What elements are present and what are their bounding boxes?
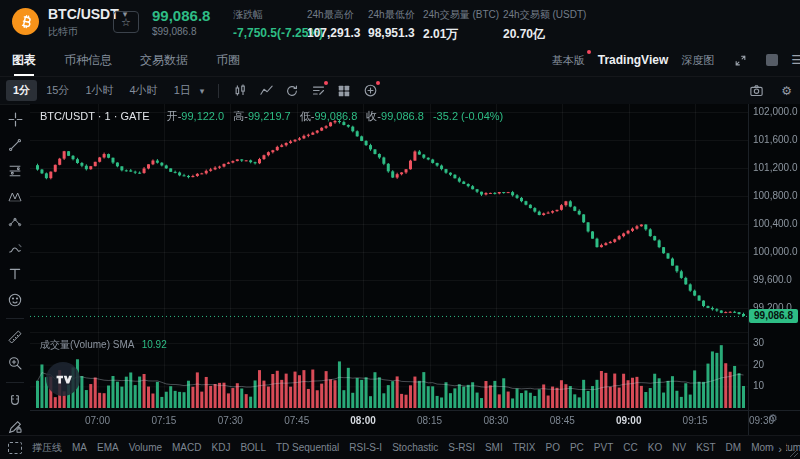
indicator-label[interactable]: Volume xyxy=(129,442,162,453)
chart-view-switcher: 基本版TradingView深度图 ☰ xyxy=(552,44,796,76)
indicator-scroll-right-icon[interactable]: › xyxy=(774,443,786,455)
indicator-label[interactable]: PC xyxy=(570,442,584,453)
add-indicator-icon[interactable] xyxy=(359,81,381,101)
indicator-label[interactable]: Stochastic xyxy=(392,442,438,453)
indicator-label[interactable]: MACD xyxy=(172,442,201,453)
divider xyxy=(218,84,219,98)
indicator-label[interactable]: S-RSI xyxy=(448,442,475,453)
indicator-label[interactable]: SMI xyxy=(485,442,503,453)
price-axis-label: 100,400.0 xyxy=(753,218,798,229)
notification-dot xyxy=(324,81,328,85)
stat-value: 98,951.3 xyxy=(368,26,415,40)
indicator-label[interactable]: TRIX xyxy=(513,442,536,453)
notification-dot xyxy=(587,50,591,54)
tab-item[interactable]: 币圈 xyxy=(216,44,240,76)
xabcd-pattern-icon[interactable] xyxy=(4,187,26,206)
time-axis-label: 08:45 xyxy=(550,415,575,426)
indicator-label[interactable]: BOLL xyxy=(240,442,266,453)
last-price-badge: 99,086.8 xyxy=(749,309,798,323)
close-value: 99,086.8 xyxy=(381,110,424,122)
volume-axis-label: 30 xyxy=(753,337,764,348)
volume-label: 成交量(Volume) SMA xyxy=(40,339,134,350)
view-link[interactable]: 基本版 xyxy=(552,53,585,68)
stat-value: 20.70亿 xyxy=(503,26,586,43)
favorite-button[interactable]: ☆ xyxy=(113,11,139,33)
star-icon: ☆ xyxy=(121,16,131,29)
symbol-name: BTC/USDT xyxy=(48,6,119,22)
legend-title: BTC/USDT · 1 · GATE xyxy=(40,110,150,122)
low-label: 低- xyxy=(300,110,315,122)
hide-drawings-icon[interactable] xyxy=(8,442,22,454)
brush-icon[interactable] xyxy=(4,239,26,258)
ruler-icon[interactable] xyxy=(4,328,26,347)
close-label: 收- xyxy=(366,110,381,122)
panel-toggle-icon[interactable] xyxy=(766,54,778,66)
stat-item: 24h交易额 (USDT)20.70亿 xyxy=(503,8,586,43)
chart-type-icon[interactable] xyxy=(255,81,277,101)
indicator-label[interactable]: TD Sequential xyxy=(276,442,339,453)
trend-line-icon[interactable] xyxy=(4,136,26,155)
time-axis-label: 07:15 xyxy=(151,415,176,426)
chart-legend[interactable]: BTC/USDT · 1 · GATE 开-99,122.0 高-99,219.… xyxy=(40,109,503,124)
magnet-icon[interactable] xyxy=(4,392,26,411)
snapshot-camera-icon[interactable] xyxy=(745,81,767,101)
indicator-label[interactable]: KDJ xyxy=(211,442,230,453)
candlestick-chart[interactable] xyxy=(30,104,800,436)
view-link[interactable]: TradingView xyxy=(598,53,668,67)
indicator-label[interactable]: CC xyxy=(623,442,637,453)
stat-value: 107,291.3 xyxy=(307,26,360,40)
btc-logo-icon xyxy=(12,8,39,35)
symbol-chinese-name: 比特币 xyxy=(48,25,78,39)
volume-legend[interactable]: 成交量(Volume) SMA 10.92 xyxy=(40,338,167,352)
lock-drawings-icon[interactable] xyxy=(4,417,26,436)
view-link[interactable]: 深度图 xyxy=(681,53,714,68)
indicator-label[interactable]: NV xyxy=(672,442,686,453)
indicator-label[interactable]: MA xyxy=(72,442,87,453)
indicator-label[interactable]: 撑压线 xyxy=(32,441,62,455)
emoji-icon[interactable] xyxy=(4,290,26,309)
text-tool-icon[interactable] xyxy=(4,265,26,284)
timeframe-button[interactable]: 1日 xyxy=(167,80,198,101)
indicator-label[interactable]: DM xyxy=(726,442,742,453)
fullscreen-icon[interactable] xyxy=(729,50,751,70)
menu-icon[interactable]: ☰ xyxy=(791,53,800,67)
last-price-usd: $99,086.8 xyxy=(152,26,197,37)
crosshair-icon[interactable] xyxy=(4,110,26,129)
tab-item[interactable]: 图表 xyxy=(12,44,36,76)
tabs: 图表币种信息交易数据币圈 xyxy=(12,44,240,76)
price-axis-label: 101,600.0 xyxy=(753,134,798,145)
indicator-label[interactable]: KST xyxy=(696,442,715,453)
indicators-icon[interactable] xyxy=(307,81,329,101)
stat-label: 24h交易额 (USDT) xyxy=(503,8,586,22)
fib-retracement-icon[interactable] xyxy=(4,162,26,181)
last-price: 99,086.8 xyxy=(152,7,210,24)
indicator-label[interactable]: KO xyxy=(648,442,662,453)
zoom-in-icon[interactable] xyxy=(4,354,26,373)
timeframe-button[interactable]: 1小时 xyxy=(78,80,120,101)
high-label: 高- xyxy=(233,110,248,122)
indicator-label[interactable]: PO xyxy=(546,442,560,453)
low-value: 99,086.8 xyxy=(314,110,357,122)
divider xyxy=(6,382,24,383)
timeframe-dropdown[interactable]: ▾ xyxy=(200,86,205,96)
indicator-label[interactable]: RSI-S-I xyxy=(349,442,382,453)
candle-style-icon[interactable] xyxy=(229,81,251,101)
indicator-label[interactable]: EMA xyxy=(97,442,119,453)
refresh-icon[interactable] xyxy=(281,81,303,101)
timezone-settings-icon[interactable]: ⚙ xyxy=(768,412,778,425)
indicator-label[interactable]: PVT xyxy=(594,442,613,453)
timeframe-button[interactable]: 1分 xyxy=(6,80,37,101)
tab-item[interactable]: 币种信息 xyxy=(64,44,112,76)
tradingview-watermark xyxy=(46,362,80,396)
price-axis-label: 99,600.0 xyxy=(753,274,792,285)
layout-grid-icon[interactable] xyxy=(333,81,355,101)
header: BTC/USDT▾ 比特币 ☆ 99,086.8 $99,086.8 涨跌幅-7… xyxy=(0,0,800,44)
tab-item[interactable]: 交易数据 xyxy=(140,44,188,76)
stat-item: 24h最高价107,291.3 xyxy=(307,8,360,40)
resize-handle[interactable] xyxy=(790,449,798,457)
timeframe-button[interactable]: 15分 xyxy=(39,80,76,101)
projection-icon[interactable] xyxy=(4,213,26,232)
timeframe-button[interactable]: 4小时 xyxy=(123,80,165,101)
chart-settings-icon[interactable]: ⚙ xyxy=(781,84,792,98)
price-axis-label: 101,200.0 xyxy=(753,162,798,173)
